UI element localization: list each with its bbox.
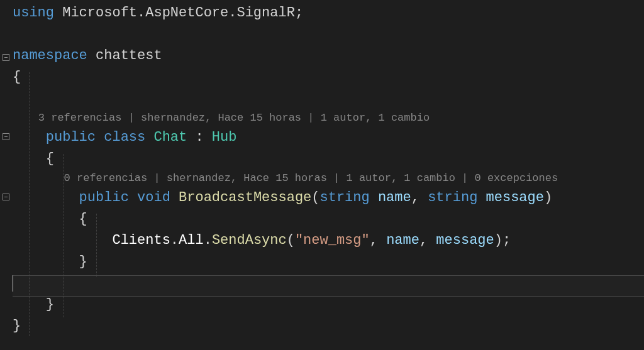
gutter	[0, 0, 13, 350]
fold-toggle[interactable]	[3, 133, 9, 140]
code-line[interactable]: Clients.All.SendAsync("new_msg", name, m…	[13, 230, 644, 251]
method-name: BroadcastMessage	[170, 190, 311, 205]
class-name: Chat	[145, 129, 187, 145]
code-editor[interactable]: using Microsoft.AspNetCore.SignalR; name…	[0, 0, 644, 350]
keyword-namespace: namespace	[13, 48, 87, 63]
code-area[interactable]: using Microsoft.AspNetCore.SignalR; name…	[13, 0, 644, 350]
code-line[interactable]: {	[13, 67, 644, 88]
text-caret	[13, 275, 13, 292]
code-line[interactable]: public class Chat : Hub	[13, 127, 644, 148]
code-line[interactable]: public void BroadcastMessage(string name…	[13, 187, 644, 209]
code-line[interactable]: }	[13, 294, 644, 315]
keyword-using: using	[13, 5, 54, 21]
code-line[interactable]: using Microsoft.AspNetCore.SignalR;	[13, 3, 644, 24]
code-line[interactable]: }	[13, 251, 644, 273]
codelens[interactable]: 0 referencias | shernandez, Hace 15 hora…	[13, 170, 644, 187]
code-line[interactable]: {	[13, 148, 644, 170]
code-line-current[interactable]	[13, 273, 644, 294]
code-line-empty[interactable]	[13, 24, 644, 45]
base-class: Hub	[204, 129, 237, 145]
codelens[interactable]: 3 referencias | shernandez, Hace 15 hora…	[13, 109, 644, 127]
namespace-ref: Microsoft.AspNetCore.SignalR	[54, 5, 295, 21]
fold-toggle[interactable]	[3, 54, 9, 61]
code-line[interactable]: {	[13, 209, 644, 230]
string-literal: "new_msg"	[295, 232, 370, 248]
namespace-name: chattest	[87, 48, 162, 63]
code-line-empty[interactable]	[13, 88, 644, 109]
code-line[interactable]: namespace chattest	[13, 45, 644, 67]
fold-toggle[interactable]	[3, 194, 9, 200]
code-line[interactable]: }	[13, 315, 644, 337]
